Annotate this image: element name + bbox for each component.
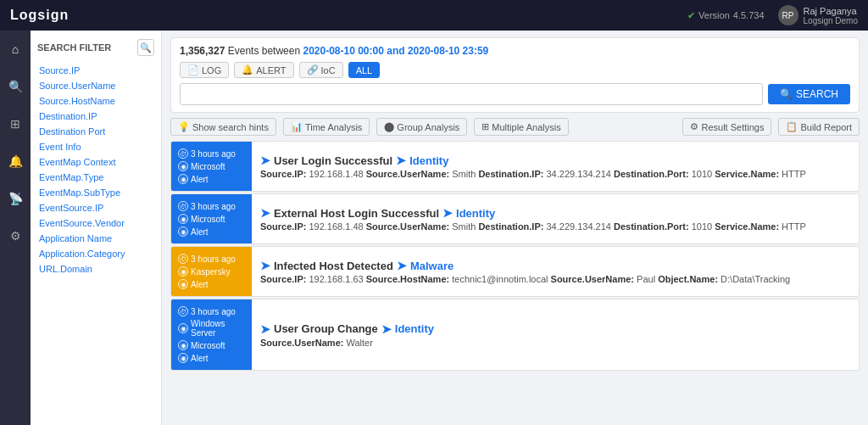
arrow-icon: ➤ <box>260 154 270 167</box>
level-icon: ◉ <box>178 279 188 289</box>
nav-grid[interactable]: ⊞ <box>3 112 27 136</box>
group-analysis-button[interactable]: ⬤ Group Analysis <box>376 118 467 136</box>
result-level: Alert <box>191 280 209 289</box>
sidebar-filter-item[interactable]: EventSource.Vendor <box>37 215 154 231</box>
log-icon: 📄 <box>187 64 199 75</box>
search-input[interactable] <box>180 83 763 105</box>
result-time-row: ⏱3 hours ago <box>178 254 245 264</box>
sidebar-filter-item[interactable]: Event Info <box>37 139 154 154</box>
main-layout: ⌂ 🔍 ⊞ 🔔 📡 ⚙ SEARCH FILTER 🔍 Source.IPSou… <box>0 31 868 425</box>
result-title-text: External Host Login Successful <box>274 207 439 220</box>
hints-label: Show search hints <box>192 122 269 132</box>
result-source-row: ◉Microsoft <box>178 214 245 224</box>
alert-icon: 🔔 <box>242 64 253 75</box>
check-icon: ✔ <box>687 10 695 21</box>
result-title: ➤User Login Successful➤Identity <box>260 154 850 167</box>
nav-search[interactable]: 🔍 <box>3 75 27 98</box>
nav-wifi[interactable]: 📡 <box>3 187 27 210</box>
result-level: Alert <box>191 354 209 363</box>
multiple-icon: ⊞ <box>481 121 489 132</box>
result-level-row: ◉Alert <box>178 226 245 237</box>
logo: Logsign <box>10 8 69 23</box>
ioc-label: IoC <box>321 65 336 75</box>
time-analysis-label: Time Analysis <box>305 122 362 132</box>
time-analysis-button[interactable]: 📊 Time Analysis <box>283 118 370 136</box>
sidebar-filter-item[interactable]: URL.Domain <box>37 261 154 277</box>
result-category: Identity <box>456 207 495 220</box>
result-source: Microsoft <box>191 215 225 224</box>
result-item[interactable]: ⏱3 hours ago◉Microsoft◉Alert➤External Ho… <box>170 193 860 244</box>
result-title: ➤External Host Login Successful➤Identity <box>260 206 850 220</box>
report-icon: 📋 <box>786 121 798 132</box>
result-time: 3 hours ago <box>191 202 236 211</box>
result-meta: ⏱3 hours ago◉Windows Server◉Microsoft◉Al… <box>171 299 252 370</box>
tab-alert[interactable]: 🔔 ALERT <box>234 62 293 78</box>
sidebar-filter-item[interactable]: Destination.IP <box>37 109 154 124</box>
icon-nav: ⌂ 🔍 ⊞ 🔔 📡 ⚙ <box>0 31 31 425</box>
sidebar-filter-item[interactable]: EventMap.SubType <box>37 185 154 200</box>
result-detail: Source.IP: 192.168.1.48 Source.UserName:… <box>260 221 850 232</box>
result-settings-label: Result Settings <box>701 122 764 132</box>
result-item[interactable]: ⏱3 hours ago◉Kaspersky◉Alert➤Infected Ho… <box>170 246 860 297</box>
result-source2-row: ◉Microsoft <box>178 340 245 350</box>
result-source: Windows Server <box>191 319 245 338</box>
results-list: ⏱3 hours ago◉Microsoft◉Alert➤User Login … <box>170 141 860 418</box>
toolbar-left: 💡 Show search hints 📊 Time Analysis ⬤ Gr… <box>170 118 569 136</box>
topbar: Logsign ✔ Version 4.5.734 RP Raj Paganya… <box>0 0 868 31</box>
nav-bell[interactable]: 🔔 <box>3 149 27 173</box>
result-time-row: ⏱3 hours ago <box>178 201 245 211</box>
sidebar-filter-item[interactable]: EventMap.Type <box>37 170 154 185</box>
result-detail: Source.IP: 192.168.1.63 Source.HostName:… <box>260 274 850 284</box>
ioc-icon: 🔗 <box>307 64 319 75</box>
result-item[interactable]: ⏱3 hours ago◉Windows Server◉Microsoft◉Al… <box>170 299 860 371</box>
alert-label: ALERT <box>256 65 286 75</box>
show-hints-button[interactable]: 💡 Show search hints <box>170 118 276 136</box>
topbar-right: ✔ Version 4.5.734 RP Raj Paganya Logsign… <box>687 5 858 25</box>
result-detail: Source.IP: 192.168.1.48 Source.UserName:… <box>260 169 850 179</box>
sidebar-filter-item[interactable]: Source.IP <box>37 63 154 78</box>
tab-all[interactable]: ALL <box>348 62 381 78</box>
all-label: ALL <box>356 65 373 75</box>
nav-settings[interactable]: ⚙ <box>3 224 27 248</box>
tab-buttons: 📄 LOG🔔 ALERT🔗 IoCALL <box>180 62 380 78</box>
sidebar-filter-item[interactable]: Application Name <box>37 231 154 246</box>
result-source2: Microsoft <box>191 341 225 350</box>
search-row: 🔍 SEARCH <box>180 83 850 105</box>
source-icon: ◉ <box>178 214 188 224</box>
result-settings-button[interactable]: ⚙ Result Settings <box>682 118 771 136</box>
sidebar-search-button[interactable]: 🔍 <box>137 39 154 56</box>
result-time-row: ⏱3 hours ago <box>178 306 245 316</box>
multiple-analysis-button[interactable]: ⊞ Multiple Analysis <box>474 118 568 136</box>
sidebar-filter-item[interactable]: EventSource.IP <box>37 200 154 215</box>
nav-home[interactable]: ⌂ <box>3 37 27 61</box>
result-title-text: User Login Successful <box>274 154 392 167</box>
avatar: RP <box>778 5 798 25</box>
search-icon: 🔍 <box>780 88 793 100</box>
search-button[interactable]: 🔍 SEARCH <box>768 84 850 104</box>
sidebar-filter-item[interactable]: Source.HostName <box>37 93 154 109</box>
level-icon: ◉ <box>178 174 188 184</box>
event-count: 1,356,327 <box>180 45 225 57</box>
toolbar-row: 💡 Show search hints 📊 Time Analysis ⬤ Gr… <box>170 118 860 136</box>
result-title-text: User Group Change <box>274 322 378 335</box>
sidebar-filter-item[interactable]: Source.UserName <box>37 78 154 93</box>
sidebar-filter-item[interactable]: Destination Port <box>37 124 154 139</box>
tab-log[interactable]: 📄 LOG <box>180 62 229 78</box>
result-item[interactable]: ⏱3 hours ago◉Microsoft◉Alert➤User Login … <box>170 141 860 192</box>
tab-ioc[interactable]: 🔗 IoC <box>299 62 343 78</box>
build-report-button[interactable]: 📋 Build Report <box>778 118 860 136</box>
sidebar-filter-item[interactable]: Application.Category <box>37 246 154 261</box>
sidebar-filter-item[interactable]: EventMap Context <box>37 154 154 170</box>
version-label: Version <box>698 10 730 20</box>
search-label: SEARCH <box>796 88 838 100</box>
chart-icon: 📊 <box>291 121 303 132</box>
result-category: Malware <box>410 260 453 272</box>
toolbar-right: ⚙ Result Settings 📋 Build Report <box>682 118 860 136</box>
sidebar: SEARCH FILTER 🔍 Source.IPSource.UserName… <box>31 31 162 425</box>
result-detail: Source.UserName: Walter <box>260 338 850 348</box>
category-arrow-icon: ➤ <box>396 154 406 167</box>
result-source: Kaspersky <box>191 267 231 277</box>
result-time: 3 hours ago <box>191 254 236 264</box>
category-arrow-icon: ➤ <box>381 322 392 336</box>
source2-icon: ◉ <box>178 340 188 350</box>
